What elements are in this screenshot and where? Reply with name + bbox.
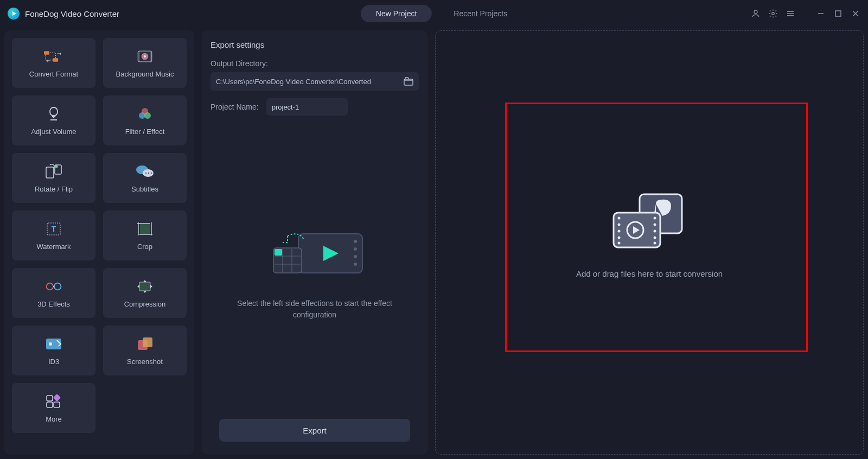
- gear-icon[interactable]: [768, 9, 778, 18]
- tool-label: Watermark: [36, 243, 71, 251]
- svg-point-49: [354, 255, 357, 258]
- svg-rect-6: [835, 11, 841, 16]
- svg-point-17: [52, 116, 54, 117]
- more-icon: [44, 393, 63, 410]
- tool-label: Screenshot: [127, 358, 163, 366]
- svg-rect-11: [53, 58, 58, 62]
- logo-area: FoneDog Video Converter: [8, 8, 119, 20]
- tool-label: Convert Format: [29, 70, 78, 78]
- tab-new-project[interactable]: New Project: [361, 5, 432, 22]
- tool-subtitles[interactable]: Subtitles: [103, 153, 187, 203]
- tool-label: ID3: [48, 358, 59, 366]
- minimize-icon[interactable]: [816, 9, 826, 18]
- tab-recent-projects[interactable]: Recent Projects: [454, 9, 507, 18]
- top-tabs: New Project Recent Projects: [361, 5, 507, 22]
- tool-screenshot[interactable]: Screenshot: [103, 326, 187, 375]
- compression-icon: [135, 278, 155, 295]
- tool-sidebar: Convert Format Background Music Adjust V…: [4, 30, 194, 455]
- project-name-input[interactable]: [266, 98, 348, 116]
- user-icon[interactable]: [751, 9, 761, 18]
- svg-rect-37: [46, 339, 61, 349]
- app-title: FoneDog Video Converter: [25, 9, 119, 18]
- svg-point-16: [144, 55, 146, 57]
- svg-rect-10: [44, 51, 49, 55]
- tool-label: Background Music: [116, 70, 174, 78]
- background-music-icon: [135, 48, 155, 65]
- export-heading: Export settings: [210, 40, 419, 49]
- svg-point-24: [55, 165, 58, 168]
- maximize-icon[interactable]: [833, 9, 843, 18]
- output-dir-field[interactable]: C:\Users\pc\FoneDog Video Converter\Conv…: [210, 72, 419, 91]
- crop-icon: [135, 221, 155, 237]
- svg-point-29: [151, 172, 152, 174]
- export-button[interactable]: Export: [219, 419, 410, 442]
- tool-convert-format[interactable]: Convert Format: [12, 38, 95, 88]
- svg-point-21: [144, 112, 151, 119]
- svg-point-18: [54, 116, 56, 117]
- adjust-volume-icon: [44, 106, 63, 122]
- tool-label: More: [46, 415, 62, 423]
- convert-format-icon: [44, 48, 63, 65]
- svg-point-0: [754, 10, 757, 14]
- browse-folder-icon[interactable]: [404, 77, 413, 86]
- svg-point-48: [354, 247, 357, 251]
- tool-rotate-flip[interactable]: Rotate / Flip: [12, 153, 95, 203]
- tool-watermark[interactable]: T Watermark: [12, 211, 95, 260]
- tool-filter-effect[interactable]: Filter / Effect: [103, 95, 187, 145]
- svg-point-50: [354, 263, 357, 266]
- svg-point-47: [354, 240, 357, 243]
- svg-point-1: [772, 12, 775, 15]
- tool-more[interactable]: More: [12, 383, 95, 433]
- svg-point-33: [47, 283, 54, 290]
- filter-effect-icon: [135, 106, 155, 122]
- tool-compression[interactable]: Compression: [103, 268, 187, 318]
- svg-rect-22: [46, 167, 54, 178]
- tool-label: Adjust Volume: [31, 127, 76, 136]
- svg-rect-32: [140, 224, 150, 234]
- svg-point-28: [148, 172, 150, 174]
- svg-rect-42: [47, 402, 53, 407]
- rotate-flip-icon: [44, 163, 63, 180]
- svg-text:T: T: [52, 225, 56, 233]
- tool-label: Filter / Effect: [125, 127, 165, 136]
- main-area: Convert Format Background Music Adjust V…: [0, 27, 868, 459]
- export-hero: Select the left side effections to start…: [210, 120, 419, 419]
- highlight-annotation: [505, 103, 808, 352]
- close-icon[interactable]: [851, 9, 860, 18]
- tool-label: Compression: [124, 300, 166, 308]
- tool-id3[interactable]: ID3: [12, 326, 95, 375]
- tool-label: Crop: [137, 243, 152, 251]
- svg-rect-44: [53, 394, 61, 401]
- svg-rect-14: [150, 51, 152, 62]
- svg-rect-40: [143, 337, 152, 347]
- tool-label: Rotate / Flip: [35, 185, 73, 193]
- tool-background-music[interactable]: Background Music: [103, 38, 187, 88]
- project-name-label: Project Name:: [210, 103, 259, 111]
- output-dir-label: Output Directory:: [210, 59, 419, 68]
- menu-icon[interactable]: [786, 9, 795, 18]
- subtitles-icon: [135, 163, 155, 180]
- export-illustration-icon: [260, 219, 369, 284]
- tool-3d-effects[interactable]: 3D Effects: [12, 268, 95, 318]
- tool-label: 3D Effects: [37, 300, 70, 308]
- dropzone[interactable]: Add or drag files here to start conversi…: [440, 35, 859, 450]
- export-panel: Export settings Output Directory: C:\Use…: [202, 30, 427, 455]
- window-controls: [751, 9, 860, 18]
- screenshot-icon: [135, 336, 155, 352]
- svg-rect-43: [54, 402, 60, 407]
- 3d-effects-icon: [44, 278, 63, 295]
- tool-adjust-volume[interactable]: Adjust Volume: [12, 95, 95, 145]
- tool-label: Subtitles: [131, 185, 158, 193]
- svg-rect-36: [139, 282, 150, 291]
- svg-point-27: [145, 172, 147, 174]
- svg-rect-56: [275, 249, 282, 256]
- tool-crop[interactable]: Crop: [103, 211, 187, 260]
- watermark-icon: T: [44, 221, 63, 237]
- titlebar: FoneDog Video Converter New Project Rece…: [0, 0, 868, 27]
- svg-point-34: [54, 283, 61, 290]
- dropzone-panel: Add or drag files here to start conversi…: [435, 30, 864, 455]
- output-dir-value: C:\Users\pc\FoneDog Video Converter\Conv…: [216, 78, 371, 86]
- export-hint: Select the left side effections to start…: [228, 298, 401, 321]
- svg-rect-13: [138, 51, 140, 62]
- id3-icon: [44, 336, 63, 352]
